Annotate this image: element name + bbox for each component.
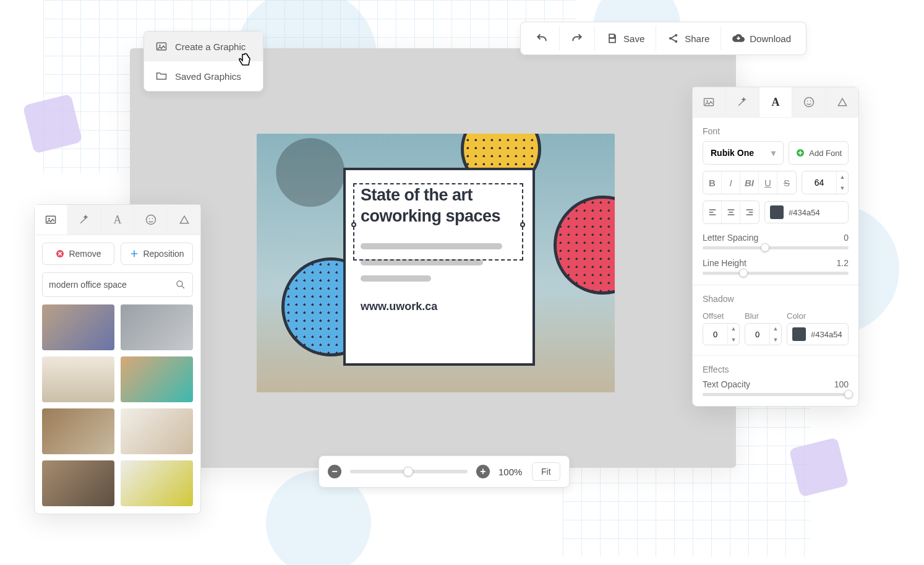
- plus-circle-icon: [795, 148, 805, 158]
- letter-spacing-label: Letter Spacing: [703, 233, 758, 243]
- folder-icon: [155, 70, 168, 82]
- chevron-down-icon: ▾: [771, 148, 776, 158]
- remove-button[interactable]: Remove: [42, 243, 114, 265]
- align-right-button[interactable]: [740, 201, 759, 223]
- image-result[interactable]: [42, 408, 114, 454]
- image-result[interactable]: [121, 356, 193, 402]
- search-input[interactable]: [49, 280, 175, 290]
- image-result[interactable]: [42, 460, 114, 506]
- remove-icon: [55, 249, 65, 259]
- text-opacity-value: 100: [834, 379, 849, 389]
- shadow-offset-input[interactable]: 0▲▼: [703, 323, 740, 345]
- bold-button[interactable]: B: [703, 171, 722, 194]
- tab-text[interactable]: A: [759, 87, 793, 117]
- italic-button[interactable]: I: [722, 171, 740, 194]
- smile-icon: [803, 96, 815, 108]
- tab-emoji[interactable]: [134, 205, 168, 235]
- placeholder-line: [361, 275, 431, 282]
- tab-effects[interactable]: [68, 205, 101, 235]
- tab-text[interactable]: A: [101, 205, 135, 235]
- step-up[interactable]: ▲: [837, 171, 848, 183]
- canvas[interactable]: State of the art coworking spaces www.uw…: [257, 134, 615, 392]
- align-left-button[interactable]: [703, 201, 722, 223]
- text-opacity-label: Text Opacity: [703, 379, 750, 389]
- svg-point-6: [49, 218, 51, 220]
- underline-button[interactable]: U: [759, 171, 777, 194]
- reposition-icon: [129, 249, 139, 259]
- align-left-icon: [708, 207, 717, 217]
- triangle-icon: [178, 213, 190, 226]
- svg-point-9: [152, 218, 153, 220]
- add-font-button[interactable]: Add Font: [789, 141, 849, 165]
- image-icon: [45, 213, 57, 226]
- strikethrough-button[interactable]: S: [777, 171, 796, 194]
- tab-image[interactable]: [693, 87, 726, 117]
- image-result[interactable]: [121, 460, 193, 506]
- effects-section-label: Effects: [693, 356, 858, 379]
- image-result[interactable]: [121, 408, 193, 454]
- zoom-bar: − + 100% Fit: [319, 455, 570, 488]
- blur-label: Blur: [745, 311, 782, 321]
- svg-point-15: [806, 101, 808, 102]
- text-selection-box[interactable]: [353, 183, 523, 261]
- zoom-slider[interactable]: [350, 470, 468, 473]
- zoom-in-button[interactable]: +: [476, 465, 490, 478]
- redo-icon: [571, 32, 583, 45]
- image-result[interactable]: [42, 304, 114, 350]
- top-toolbar: Save Share Download: [520, 22, 806, 55]
- redo-button[interactable]: [560, 26, 595, 51]
- tab-effects[interactable]: [726, 87, 759, 117]
- save-label: Save: [623, 33, 644, 44]
- font-name: Rubik One: [711, 148, 754, 158]
- undo-button[interactable]: [524, 26, 560, 51]
- svg-point-4: [159, 45, 161, 46]
- tab-image[interactable]: [35, 205, 68, 235]
- save-icon: [606, 32, 618, 45]
- share-icon: [667, 32, 680, 45]
- download-button[interactable]: Download: [721, 26, 802, 51]
- search-icon: [175, 279, 186, 290]
- rotate-handle-icon[interactable]: [430, 170, 442, 182]
- svg-point-7: [146, 215, 155, 225]
- download-label: Download: [750, 33, 791, 44]
- line-height-value: 1.2: [837, 258, 849, 268]
- menu-label: Saved Graphics: [175, 71, 241, 82]
- zoom-out-button[interactable]: −: [328, 465, 341, 478]
- zoom-fit-button[interactable]: Fit: [532, 462, 560, 481]
- save-button[interactable]: Save: [595, 26, 656, 51]
- line-height-slider[interactable]: [703, 272, 849, 275]
- search-input-wrap[interactable]: [42, 272, 193, 297]
- svg-point-11: [177, 281, 182, 287]
- reposition-label: Reposition: [143, 249, 184, 259]
- font-size-input[interactable]: 64 ▲▼: [802, 171, 849, 194]
- font-family-select[interactable]: Rubik One ▾: [703, 141, 784, 165]
- step-down[interactable]: ▼: [837, 183, 848, 194]
- text-color-picker[interactable]: #434a54: [764, 201, 849, 223]
- image-result[interactable]: [42, 356, 114, 402]
- download-icon: [732, 32, 745, 45]
- reposition-button[interactable]: Reposition: [121, 243, 193, 265]
- tab-emoji[interactable]: [792, 87, 826, 117]
- align-center-icon: [726, 207, 736, 217]
- url-text[interactable]: www.uwork.ca: [361, 300, 518, 313]
- tab-shapes[interactable]: [826, 87, 858, 117]
- left-panel: A Remove Reposition: [34, 204, 201, 514]
- font-size-value: 64: [802, 178, 836, 188]
- align-center-button[interactable]: [722, 201, 740, 223]
- shadow-section-label: Shadow: [693, 285, 858, 309]
- image-result[interactable]: [121, 304, 193, 350]
- color-swatch: [792, 327, 806, 341]
- bold-italic-button[interactable]: BI: [740, 171, 759, 194]
- letter-spacing-slider[interactable]: [703, 246, 849, 249]
- smile-icon: [145, 213, 157, 226]
- add-font-label: Add Font: [809, 149, 842, 158]
- align-right-icon: [745, 207, 755, 217]
- tab-shapes[interactable]: [168, 205, 200, 235]
- image-icon: [155, 40, 168, 53]
- cursor-hand-icon: [235, 51, 255, 71]
- text-opacity-slider[interactable]: [703, 393, 849, 396]
- share-button[interactable]: Share: [656, 26, 721, 51]
- shadow-color-picker[interactable]: #434a54: [787, 323, 849, 345]
- shadow-blur-input[interactable]: 0▲▼: [745, 323, 782, 345]
- remove-label: Remove: [69, 249, 101, 259]
